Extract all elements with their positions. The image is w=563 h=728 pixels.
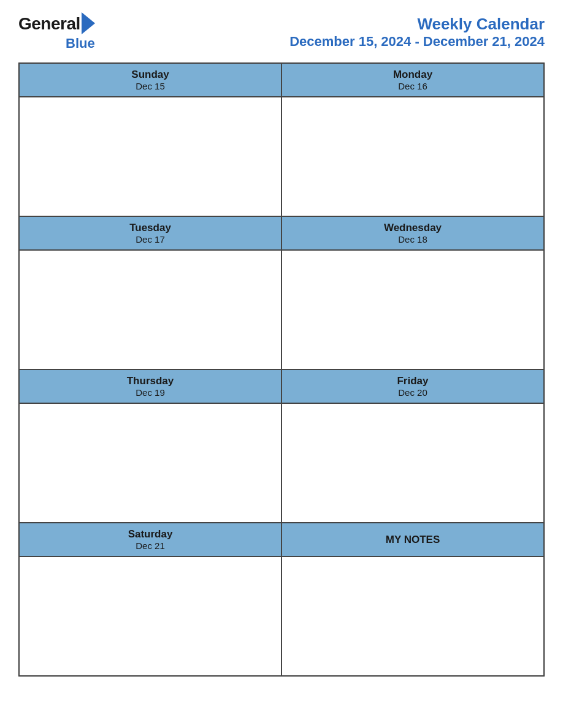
monday-body (282, 97, 544, 216)
saturday-header: Saturday Dec 21 (19, 523, 282, 556)
wednesday-body (282, 250, 544, 370)
tuesday-day-name: Tuesday (22, 222, 278, 234)
calendar-row-1-body (19, 97, 544, 216)
calendar-title: Weekly Calendar (289, 15, 545, 34)
sunday-header: Sunday Dec 15 (19, 63, 282, 97)
tuesday-header: Tuesday Dec 17 (19, 216, 282, 250)
logo-blue-text: Blue (66, 36, 95, 51)
logo-general-text: General (18, 14, 80, 34)
page-header: General Blue Weekly Calendar December 15… (18, 12, 545, 51)
calendar-row-3-header: Thursday Dec 19 Friday Dec 20 (19, 370, 544, 403)
saturday-date: Dec 21 (22, 540, 278, 551)
monday-date: Dec 16 (285, 81, 541, 91)
calendar-row-2-header: Tuesday Dec 17 Wednesday Dec 18 (19, 216, 544, 250)
calendar-row-2-body (19, 250, 544, 370)
tuesday-date: Dec 17 (22, 234, 278, 245)
notes-label: MY NOTES (386, 534, 440, 546)
logo: General Blue (18, 12, 95, 51)
logo-arrow-icon (82, 12, 95, 34)
friday-body (282, 403, 544, 523)
wednesday-day-name: Wednesday (285, 222, 541, 234)
friday-date: Dec 20 (285, 387, 541, 398)
monday-day-name: Monday (285, 69, 541, 81)
wednesday-header: Wednesday Dec 18 (282, 216, 544, 250)
saturday-body (19, 556, 282, 676)
thursday-day-name: Thursday (22, 375, 278, 387)
thursday-header: Thursday Dec 19 (19, 370, 282, 403)
notes-body (282, 556, 544, 676)
calendar-row-1-header: Sunday Dec 15 Monday Dec 16 (19, 63, 544, 97)
tuesday-body (19, 250, 282, 370)
thursday-date: Dec 19 (22, 387, 278, 398)
thursday-body (19, 403, 282, 523)
friday-header: Friday Dec 20 (282, 370, 544, 403)
calendar-date-range: December 15, 2024 - December 21, 2024 (289, 34, 545, 50)
calendar-row-4-header: Saturday Dec 21 MY NOTES (19, 523, 544, 556)
sunday-day-name: Sunday (22, 69, 278, 81)
saturday-day-name: Saturday (22, 528, 278, 540)
wednesday-date: Dec 18 (285, 234, 541, 245)
sunday-body (19, 97, 282, 216)
title-block: Weekly Calendar December 15, 2024 - Dece… (289, 15, 545, 50)
monday-header: Monday Dec 16 (282, 63, 544, 97)
calendar-row-4-body (19, 556, 544, 676)
calendar-row-3-body (19, 403, 544, 523)
calendar-grid: Sunday Dec 15 Monday Dec 16 Tuesday Dec … (18, 63, 545, 677)
sunday-date: Dec 15 (22, 81, 278, 91)
friday-day-name: Friday (285, 375, 541, 387)
notes-header: MY NOTES (282, 523, 544, 556)
